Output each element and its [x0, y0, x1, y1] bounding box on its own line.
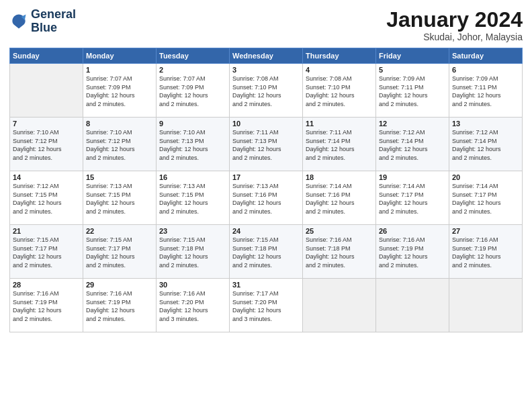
day-cell: 20Sunrise: 7:14 AM Sunset: 7:17 PM Dayli… [449, 171, 523, 225]
day-number: 1 [86, 66, 153, 74]
day-cell: 3Sunrise: 7:08 AM Sunset: 7:10 PM Daylig… [230, 64, 303, 118]
day-cell: 7Sunrise: 7:10 AM Sunset: 7:12 PM Daylig… [10, 118, 83, 171]
day-number: 25 [306, 227, 373, 235]
day-cell: 12Sunrise: 7:12 AM Sunset: 7:14 PM Dayli… [376, 118, 449, 171]
day-number: 2 [159, 66, 226, 74]
day-info: Sunrise: 7:14 AM Sunset: 7:17 PM Dayligh… [379, 182, 446, 216]
day-cell: 2Sunrise: 7:07 AM Sunset: 7:09 PM Daylig… [157, 64, 230, 118]
col-header-wednesday: Wednesday [230, 48, 303, 64]
day-cell: 27Sunrise: 7:16 AM Sunset: 7:19 PM Dayli… [449, 225, 523, 279]
day-number: 30 [159, 281, 226, 289]
day-info: Sunrise: 7:12 AM Sunset: 7:15 PM Dayligh… [13, 182, 80, 216]
day-info: Sunrise: 7:12 AM Sunset: 7:14 PM Dayligh… [379, 128, 446, 162]
header: GeneralBlue January 2024 Skudai, Johor, … [9, 8, 523, 42]
col-header-monday: Monday [83, 48, 157, 64]
day-cell: 4Sunrise: 7:08 AM Sunset: 7:10 PM Daylig… [303, 64, 376, 118]
week-row-2: 7Sunrise: 7:10 AM Sunset: 7:12 PM Daylig… [10, 118, 523, 171]
day-cell: 29Sunrise: 7:16 AM Sunset: 7:19 PM Dayli… [83, 279, 157, 332]
day-cell: 9Sunrise: 7:10 AM Sunset: 7:13 PM Daylig… [157, 118, 230, 171]
day-cell: 5Sunrise: 7:09 AM Sunset: 7:11 PM Daylig… [376, 64, 449, 118]
day-number: 11 [306, 120, 373, 128]
day-number: 7 [13, 120, 80, 128]
day-number: 4 [306, 66, 373, 74]
day-cell: 24Sunrise: 7:15 AM Sunset: 7:18 PM Dayli… [230, 225, 303, 279]
week-row-1: 1Sunrise: 7:07 AM Sunset: 7:09 PM Daylig… [10, 64, 523, 118]
day-cell: 25Sunrise: 7:16 AM Sunset: 7:18 PM Dayli… [303, 225, 376, 279]
day-cell: 16Sunrise: 7:13 AM Sunset: 7:15 PM Dayli… [157, 171, 230, 225]
day-number: 9 [159, 120, 226, 128]
col-header-tuesday: Tuesday [157, 48, 230, 64]
col-header-saturday: Saturday [449, 48, 523, 64]
day-cell: 28Sunrise: 7:16 AM Sunset: 7:19 PM Dayli… [10, 279, 83, 332]
week-row-5: 28Sunrise: 7:16 AM Sunset: 7:19 PM Dayli… [10, 279, 523, 332]
day-number: 21 [13, 227, 80, 235]
day-info: Sunrise: 7:14 AM Sunset: 7:17 PM Dayligh… [452, 182, 519, 216]
day-number: 15 [86, 173, 153, 181]
day-cell: 17Sunrise: 7:13 AM Sunset: 7:16 PM Dayli… [230, 171, 303, 225]
logo: GeneralBlue [9, 8, 76, 35]
day-info: Sunrise: 7:11 AM Sunset: 7:13 PM Dayligh… [232, 128, 300, 162]
day-cell: 13Sunrise: 7:12 AM Sunset: 7:14 PM Dayli… [449, 118, 523, 171]
day-number: 20 [452, 173, 519, 181]
week-row-3: 14Sunrise: 7:12 AM Sunset: 7:15 PM Dayli… [10, 171, 523, 225]
day-cell: 6Sunrise: 7:09 AM Sunset: 7:11 PM Daylig… [449, 64, 523, 118]
day-number: 27 [452, 227, 519, 235]
day-number: 10 [232, 120, 300, 128]
day-info: Sunrise: 7:10 AM Sunset: 7:12 PM Dayligh… [13, 128, 80, 162]
day-number: 26 [379, 227, 446, 235]
day-info: Sunrise: 7:09 AM Sunset: 7:11 PM Dayligh… [452, 75, 519, 108]
day-info: Sunrise: 7:08 AM Sunset: 7:10 PM Dayligh… [306, 75, 373, 108]
logo-text: GeneralBlue [31, 8, 76, 35]
day-info: Sunrise: 7:07 AM Sunset: 7:09 PM Dayligh… [86, 75, 153, 108]
day-cell: 1Sunrise: 7:07 AM Sunset: 7:09 PM Daylig… [83, 64, 157, 118]
day-info: Sunrise: 7:16 AM Sunset: 7:19 PM Dayligh… [13, 289, 80, 323]
day-info: Sunrise: 7:10 AM Sunset: 7:13 PM Dayligh… [159, 128, 226, 162]
day-cell: 30Sunrise: 7:16 AM Sunset: 7:20 PM Dayli… [157, 279, 230, 332]
col-header-friday: Friday [376, 48, 449, 64]
day-cell [10, 64, 83, 118]
day-cell: 31Sunrise: 7:17 AM Sunset: 7:20 PM Dayli… [230, 279, 303, 332]
day-cell: 18Sunrise: 7:14 AM Sunset: 7:16 PM Dayli… [303, 171, 376, 225]
day-info: Sunrise: 7:16 AM Sunset: 7:19 PM Dayligh… [86, 289, 153, 323]
day-info: Sunrise: 7:14 AM Sunset: 7:16 PM Dayligh… [306, 182, 373, 216]
col-header-sunday: Sunday [10, 48, 83, 64]
day-info: Sunrise: 7:13 AM Sunset: 7:15 PM Dayligh… [86, 182, 153, 216]
day-number: 12 [379, 120, 446, 128]
day-number: 22 [86, 227, 153, 235]
week-row-4: 21Sunrise: 7:15 AM Sunset: 7:17 PM Dayli… [10, 225, 523, 279]
day-info: Sunrise: 7:11 AM Sunset: 7:14 PM Dayligh… [306, 128, 373, 162]
day-info: Sunrise: 7:12 AM Sunset: 7:14 PM Dayligh… [452, 128, 519, 162]
day-cell: 22Sunrise: 7:15 AM Sunset: 7:17 PM Dayli… [83, 225, 157, 279]
day-info: Sunrise: 7:15 AM Sunset: 7:18 PM Dayligh… [159, 236, 226, 269]
day-number: 18 [306, 173, 373, 181]
day-info: Sunrise: 7:16 AM Sunset: 7:19 PM Dayligh… [452, 236, 519, 269]
day-info: Sunrise: 7:08 AM Sunset: 7:10 PM Dayligh… [232, 75, 300, 108]
day-number: 23 [159, 227, 226, 235]
day-number: 14 [13, 173, 80, 181]
day-number: 16 [159, 173, 226, 181]
day-info: Sunrise: 7:15 AM Sunset: 7:18 PM Dayligh… [232, 236, 300, 269]
day-info: Sunrise: 7:10 AM Sunset: 7:12 PM Dayligh… [86, 128, 153, 162]
day-number: 8 [86, 120, 153, 128]
day-number: 17 [232, 173, 300, 181]
day-number: 3 [232, 66, 300, 74]
day-number: 29 [86, 281, 153, 289]
day-number: 31 [232, 281, 300, 289]
day-cell [449, 279, 523, 332]
header-row: SundayMondayTuesdayWednesdayThursdayFrid… [10, 48, 523, 64]
day-info: Sunrise: 7:16 AM Sunset: 7:19 PM Dayligh… [379, 236, 446, 269]
day-info: Sunrise: 7:17 AM Sunset: 7:20 PM Dayligh… [232, 289, 300, 323]
day-cell: 19Sunrise: 7:14 AM Sunset: 7:17 PM Dayli… [376, 171, 449, 225]
day-cell [376, 279, 449, 332]
day-info: Sunrise: 7:16 AM Sunset: 7:18 PM Dayligh… [306, 236, 373, 269]
calendar-table: SundayMondayTuesdayWednesdayThursdayFrid… [9, 48, 523, 332]
day-cell: 23Sunrise: 7:15 AM Sunset: 7:18 PM Dayli… [157, 225, 230, 279]
day-info: Sunrise: 7:15 AM Sunset: 7:17 PM Dayligh… [86, 236, 153, 269]
day-cell: 26Sunrise: 7:16 AM Sunset: 7:19 PM Dayli… [376, 225, 449, 279]
day-number: 24 [232, 227, 300, 235]
day-number: 19 [379, 173, 446, 181]
day-cell: 10Sunrise: 7:11 AM Sunset: 7:13 PM Dayli… [230, 118, 303, 171]
location: Skudai, Johor, Malaysia [386, 32, 523, 42]
day-number: 5 [379, 66, 446, 74]
day-info: Sunrise: 7:16 AM Sunset: 7:20 PM Dayligh… [159, 289, 226, 323]
